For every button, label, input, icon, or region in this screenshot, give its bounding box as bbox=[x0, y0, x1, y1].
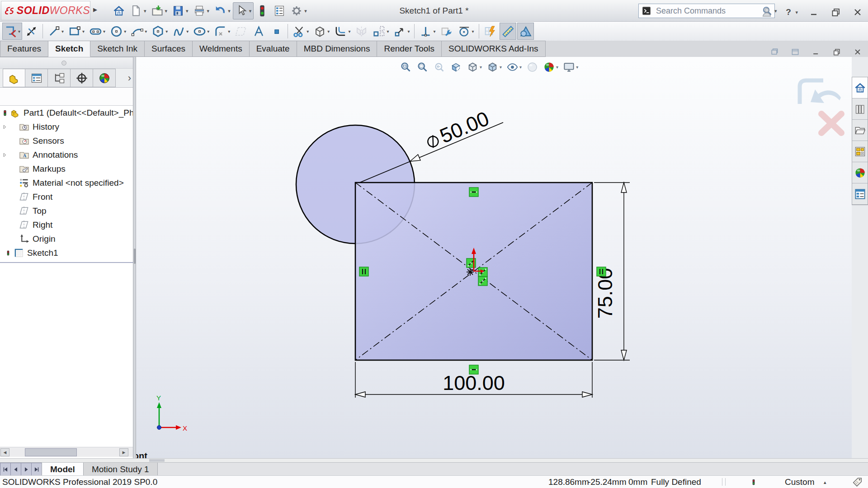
panel-splitter[interactable] bbox=[133, 57, 136, 458]
tab-model[interactable]: Model bbox=[42, 463, 84, 476]
tab-evaluate[interactable]: Evaluate bbox=[250, 41, 297, 57]
arc-tool-button[interactable]: ▾ bbox=[129, 23, 149, 40]
panel-tab-dimxpert[interactable] bbox=[71, 69, 93, 87]
user-button[interactable] bbox=[759, 4, 774, 21]
panel-tab-configuration-manager[interactable] bbox=[48, 69, 71, 87]
instant2d-button[interactable] bbox=[500, 23, 516, 40]
expand-arrow-icon[interactable] bbox=[0, 152, 9, 158]
tab-sketch-ink[interactable]: Sketch Ink bbox=[90, 41, 145, 57]
panel-horizontal-scrollbar[interactable]: ◄ ► bbox=[0, 447, 133, 457]
circle-tool-button[interactable]: ▾ bbox=[108, 23, 128, 40]
dropdown-caret[interactable]: ▾ bbox=[480, 65, 482, 70]
tree-item-annotations[interactable]: AAnnotations bbox=[0, 148, 133, 162]
tree-item-sketch1[interactable]: Sketch1 bbox=[0, 246, 133, 260]
rebuild-status-icon[interactable] bbox=[750, 477, 757, 488]
dropdown-caret[interactable]: ▾ bbox=[249, 8, 252, 14]
smart-dimension-button[interactable] bbox=[23, 23, 40, 40]
panel-tab-feature-tree[interactable] bbox=[3, 69, 25, 87]
constraint-midpoint-3[interactable] bbox=[478, 277, 487, 286]
panel-collapse-handle[interactable] bbox=[61, 61, 66, 66]
section-view-button[interactable] bbox=[448, 61, 464, 73]
nav-next-button[interactable] bbox=[21, 463, 31, 476]
tree-item-markups[interactable]: Markups bbox=[0, 162, 133, 176]
nav-prev-button[interactable] bbox=[10, 463, 21, 476]
dropdown-caret[interactable]: ▾ bbox=[145, 29, 147, 34]
viewport-hscroll-thumb[interactable] bbox=[149, 459, 165, 462]
dropdown-caret[interactable]: ▾ bbox=[18, 29, 20, 34]
viewport-hscroll[interactable] bbox=[0, 459, 868, 462]
plane-tool-button[interactable] bbox=[233, 23, 250, 40]
taskpane-design-library-button[interactable] bbox=[852, 120, 868, 141]
panel-tab-appearances[interactable] bbox=[93, 69, 116, 87]
polygon-tool-button[interactable]: ▾ bbox=[150, 23, 170, 40]
dropdown-caret[interactable]: ▾ bbox=[207, 8, 210, 14]
edit-appearance-button[interactable] bbox=[524, 61, 541, 73]
tab-render-tools[interactable]: Render Tools bbox=[377, 41, 442, 57]
tab-mbd-dimensions[interactable]: MBD Dimensions bbox=[297, 41, 377, 57]
panel-flyout-arrow[interactable]: › bbox=[128, 72, 131, 84]
tag-icon[interactable] bbox=[852, 476, 863, 488]
slot-tool-button[interactable]: ▾ bbox=[87, 23, 107, 40]
dropdown-caret[interactable]: ▾ bbox=[348, 29, 350, 34]
center-point[interactable] bbox=[467, 268, 474, 276]
select-cursor-button[interactable]: ▾ bbox=[233, 2, 254, 19]
line-tool-button[interactable]: ▾ bbox=[46, 23, 66, 40]
settings-gear-button[interactable]: ▾ bbox=[288, 2, 309, 19]
zoom-area-button[interactable] bbox=[414, 61, 431, 73]
trim-tool-button[interactable]: ▾ bbox=[291, 23, 311, 40]
print-button[interactable]: ▾ bbox=[191, 2, 212, 19]
dropdown-caret[interactable]: ▾ bbox=[124, 29, 126, 34]
dropdown-caret[interactable]: ▾ bbox=[304, 8, 307, 14]
win-min-button[interactable] bbox=[807, 4, 822, 21]
mirror-entities-button[interactable] bbox=[353, 23, 370, 40]
dropdown-caret[interactable]: ▾ bbox=[387, 29, 389, 34]
dropdown-caret[interactable]: ▾ bbox=[228, 8, 231, 14]
scroll-right-button[interactable]: ► bbox=[119, 448, 128, 456]
spline-tool-button[interactable]: ▾ bbox=[170, 23, 190, 40]
tree-item-sensors[interactable]: Sensors bbox=[0, 134, 133, 148]
taskpane-appearances-scenes-button[interactable] bbox=[852, 162, 868, 183]
dropdown-caret[interactable]: ▾ bbox=[61, 29, 64, 34]
dropdown-caret[interactable]: ▾ bbox=[519, 65, 522, 70]
hide-show-button[interactable]: ▾ bbox=[504, 61, 524, 73]
nav-first-button[interactable] bbox=[0, 463, 10, 476]
scroll-thumb[interactable] bbox=[25, 448, 77, 456]
panel-tab-property-manager[interactable] bbox=[25, 69, 48, 87]
dropdown-caret[interactable]: ▾ bbox=[186, 29, 189, 34]
tree-item-history[interactable]: History bbox=[0, 120, 133, 134]
dropdown-caret[interactable]: ▾ bbox=[165, 8, 168, 14]
dropdown-caret[interactable]: ▾ bbox=[103, 29, 105, 34]
win-close-button[interactable] bbox=[850, 4, 865, 21]
constraint-horizontal-bottom[interactable] bbox=[469, 365, 478, 374]
units-caret[interactable]: ▴ bbox=[824, 479, 826, 485]
previous-view-button[interactable] bbox=[431, 61, 448, 73]
options-list-button[interactable] bbox=[271, 2, 288, 19]
tab-solidworks-add-ins[interactable]: SOLIDWORKS Add-Ins bbox=[442, 41, 546, 57]
text-tool-button[interactable] bbox=[250, 23, 267, 40]
graphics-viewport[interactable]: 50.00 75.00 100.00 bbox=[136, 57, 852, 458]
dropdown-caret[interactable]: ▾ bbox=[500, 65, 502, 70]
dropdown-caret[interactable]: ▾ bbox=[165, 29, 168, 34]
quick-snaps-button[interactable]: ▾ bbox=[456, 23, 476, 40]
apply-scene-button[interactable]: ▾ bbox=[541, 61, 561, 73]
dropdown-caret[interactable]: ▾ bbox=[228, 29, 230, 34]
scroll-left-button[interactable]: ◄ bbox=[0, 448, 9, 456]
home-button[interactable] bbox=[110, 2, 127, 19]
nav-last-button[interactable] bbox=[31, 463, 42, 476]
shaded-contours-button[interactable] bbox=[517, 23, 534, 40]
tree-item-top[interactable]: Top bbox=[0, 204, 133, 218]
tree-item-material-not-specified[interactable]: Material <not specified> bbox=[0, 176, 133, 190]
constraint-horizontal-top[interactable] bbox=[469, 188, 478, 197]
diameter-dimension[interactable]: 50.00 bbox=[423, 107, 492, 153]
dropdown-caret[interactable]: ▾ bbox=[795, 9, 798, 15]
taskpane-file-explorer-button[interactable] bbox=[852, 141, 868, 162]
dropdown-caret[interactable]: ▾ bbox=[207, 29, 209, 34]
tab-features[interactable]: Features bbox=[0, 41, 48, 57]
taskpane-taskpane-home-button[interactable] bbox=[852, 77, 868, 99]
search-input[interactable] bbox=[655, 6, 762, 16]
sketch-canvas[interactable]: 50.00 75.00 100.00 bbox=[136, 57, 852, 458]
view-orientation-button[interactable]: ▾ bbox=[464, 61, 484, 73]
point-tool-button[interactable] bbox=[268, 23, 285, 40]
tree-item-right[interactable]: Right bbox=[0, 218, 133, 232]
tab-sketch[interactable]: Sketch bbox=[48, 41, 90, 57]
